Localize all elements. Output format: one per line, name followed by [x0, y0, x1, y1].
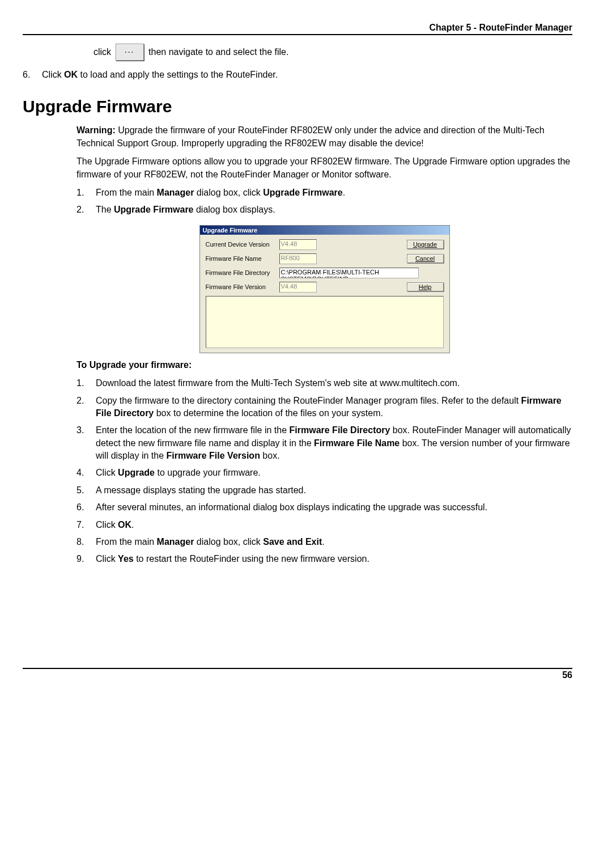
browse-button[interactable]: ... — [116, 44, 144, 61]
item-number: 6. — [76, 501, 88, 514]
item-text: Click Yes to restart the RouteFinder usi… — [96, 553, 369, 565]
list-item: 6. Click OK to load and apply the settin… — [23, 69, 572, 81]
item-number: 3. — [76, 424, 88, 462]
list-item: 6. After several minutes, an information… — [76, 501, 572, 514]
item-text: From the main Manager dialog box, click … — [96, 187, 345, 199]
dialog-titlebar: Upgrade Firmware — [200, 226, 449, 235]
list-item: 1. Download the latest firmware from the… — [76, 377, 572, 389]
list-item: 5. A message displays stating the upgrad… — [76, 484, 572, 497]
cancel-button[interactable]: Cancel — [407, 254, 444, 263]
current-version-field: V4.48 — [279, 239, 317, 250]
item-number: 2. — [76, 204, 88, 216]
item-number: 6. — [23, 69, 34, 81]
item-text: Click OK to load and apply the settings … — [42, 69, 278, 81]
list-item: 4. Click Upgrade to upgrade your firmwar… — [76, 467, 572, 479]
item-number: 5. — [76, 484, 88, 497]
list-item: 2. The Upgrade Firmware dialog box displ… — [76, 204, 572, 216]
click-pre-text: click — [94, 47, 111, 57]
item-text: Download the latest firmware from the Mu… — [96, 377, 460, 389]
item-text: The Upgrade Firmware dialog box displays… — [96, 204, 275, 216]
item-number: 8. — [76, 536, 88, 548]
field-label: Current Device Version — [206, 241, 279, 248]
firmware-name-field[interactable]: RF800 — [279, 253, 317, 264]
field-label: Firmware File Directory — [206, 269, 279, 276]
item-text: Enter the location of the new firmware f… — [96, 424, 572, 462]
field-label: Firmware File Version — [206, 283, 279, 290]
page-footer: 56 — [23, 668, 572, 680]
warning-paragraph: Warning: Upgrade the firmware of your Ro… — [76, 124, 572, 150]
item-text: After several minutes, an informational … — [96, 501, 487, 514]
sub-heading: To Upgrade your firmware: — [76, 359, 572, 371]
item-number: 1. — [76, 377, 88, 389]
upgrade-firmware-dialog: Upgrade Firmware Current Device Version … — [199, 225, 450, 353]
item-number: 7. — [76, 519, 88, 531]
list-item: 8. From the main Manager dialog box, cli… — [76, 536, 572, 548]
section-heading: Upgrade Firmware — [23, 97, 572, 116]
list-item: 1. From the main Manager dialog box, cli… — [76, 187, 572, 199]
list-item: 7. Click OK. — [76, 519, 572, 531]
chapter-header: Chapter 5 - RouteFinder Manager — [23, 23, 572, 35]
list-item: 3. Enter the location of the new firmwar… — [76, 424, 572, 462]
firmware-directory-field[interactable]: C:\PROGRAM FILES\MULTI-TECH SYSTEMS\ROUT… — [279, 268, 419, 278]
field-label: Firmware File Name — [206, 255, 279, 262]
click-post-text: then navigate to and select the file. — [148, 47, 288, 57]
item-number: 4. — [76, 467, 88, 479]
help-button[interactable]: Help — [407, 282, 444, 291]
firmware-version-field: V4.48 — [279, 282, 317, 293]
item-number: 1. — [76, 187, 88, 199]
item-text: A message displays stating the upgrade h… — [96, 484, 306, 497]
click-line: click ... then navigate to and select th… — [94, 44, 572, 61]
item-text: Copy the firmware to the directory conta… — [96, 395, 572, 420]
item-text: From the main Manager dialog box, click … — [96, 536, 325, 548]
list-item: 2. Copy the firmware to the directory co… — [76, 395, 572, 420]
item-text: Click OK. — [96, 519, 134, 531]
dialog-listbox[interactable] — [206, 296, 444, 348]
item-text: Click Upgrade to upgrade your firmware. — [96, 467, 261, 479]
item-number: 2. — [76, 395, 88, 420]
list-item: 9. Click Yes to restart the RouteFinder … — [76, 553, 572, 565]
item-number: 9. — [76, 553, 88, 565]
upgrade-button[interactable]: Upgrade — [407, 240, 444, 249]
paragraph: The Upgrade Firmware options allow you t… — [76, 155, 572, 181]
